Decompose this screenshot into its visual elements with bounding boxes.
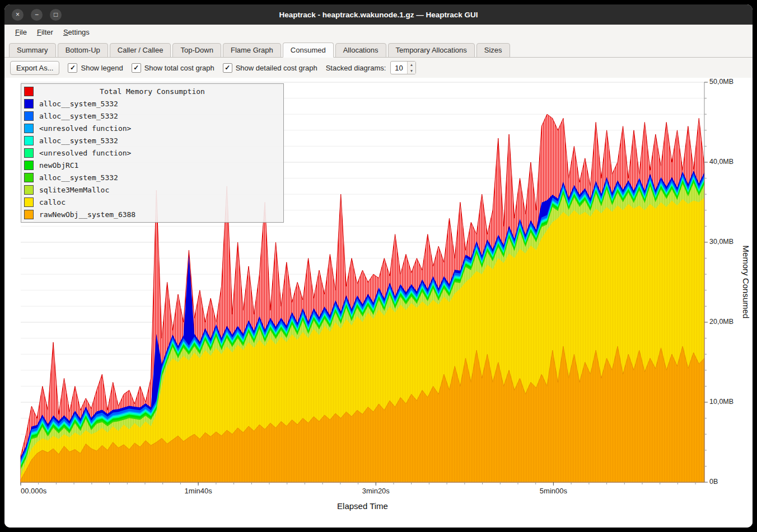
legend-swatch-icon [24,99,34,109]
menu-filter[interactable]: Filter [32,26,58,39]
legend-item: alloc__system_5332 [21,97,283,110]
legend-item: sqlite3MemMalloc [21,183,283,196]
legend-swatch-icon [24,111,34,121]
show-legend-label: Show legend [81,64,123,72]
legend-label: alloc__system_5332 [39,136,118,145]
tab-flame-graph[interactable]: Flame Graph [223,43,281,58]
y-tick-label: 20,0MB [709,318,733,326]
legend-swatch-icon [24,173,34,182]
legend-item: calloc [21,196,283,208]
legend-item: newObjRC1 [21,159,283,171]
show-legend-checkbox[interactable]: ✓ [68,63,77,73]
legend-item: <unresolved function> [21,122,283,134]
stacked-diagrams-spinbox[interactable]: 10 ▲ ▼ [390,61,416,74]
legend-item: alloc__system_5332 [21,171,283,183]
legend-title-row: Total Memory Consumption [21,85,283,97]
show-detailed-cost-option[interactable]: ✓ Show detailed cost graph [223,63,317,73]
legend-label: newObjRC1 [39,161,78,170]
legend-swatch-icon [24,161,34,170]
show-legend-option[interactable]: ✓ Show legend [68,63,123,73]
legend-label: <unresolved function> [39,149,131,157]
legend-swatch-icon [24,210,34,219]
stacked-diagrams-group: Stacked diagrams: 10 ▲ ▼ [326,61,417,74]
legend-label: <unresolved function> [39,124,131,133]
tab-temporary-allocations[interactable]: Temporary Allocations [388,43,475,58]
menu-settings-label: ettings [68,28,90,36]
tab-top-down[interactable]: Top-Down [172,43,221,58]
tab-sizes[interactable]: Sizes [476,43,510,58]
window-title: Heaptrack - heaptrack.wakunode.1.gz — He… [4,11,753,19]
tabbar: Summary Bottom-Up Caller / Callee Top-Do… [4,40,753,58]
toolbar: Export As... ✓ Show legend ✓ Show total … [4,58,753,78]
desktop: { "icons": {"close":"×","minimize":"−","… [0,0,757,532]
chart-region: Total Memory Consumptionalloc__system_53… [4,78,753,528]
menu-file-label: ile [20,28,27,36]
tab-consumed[interactable]: Consumed [283,43,334,58]
y-tick-label: 30,0MB [709,238,733,246]
y-tick-label: 0B [709,478,718,486]
legend-item: alloc__system_5332 [21,110,283,122]
x-tick-label: 3min20s [362,487,390,495]
legend-label: alloc__system_5332 [39,173,118,182]
legend-label: alloc__system_5332 [39,112,118,120]
menu-file[interactable]: File [10,26,32,39]
menu-file-mnemonic: F [15,28,20,36]
show-total-cost-option[interactable]: ✓ Show total cost graph [132,63,214,73]
legend-label: rawNewObj__system_6388 [39,210,135,219]
tab-caller-callee[interactable]: Caller / Callee [110,43,171,58]
spin-down-icon[interactable]: ▼ [408,68,415,74]
legend-swatch-icon [24,148,34,158]
x-axis-title: Elapsed Time [21,501,704,511]
legend-label: Total Memory Consumption [21,87,283,96]
tab-bottom-up[interactable]: Bottom-Up [58,43,108,58]
y-tick-label: 40,0MB [709,158,733,166]
y-tick-label: 10,0MB [709,398,733,406]
y-tick-label: 50,0MB [709,78,733,86]
show-total-cost-checkbox[interactable]: ✓ [132,63,141,73]
menu-settings-mnemonic: S [63,28,68,36]
legend-swatch-icon [24,124,34,133]
legend-label: alloc__system_5332 [39,100,118,108]
legend-item: alloc__system_5332 [21,134,283,147]
spin-buttons: ▲ ▼ [407,62,415,74]
x-tick-label: 5min00s [540,487,567,495]
tab-allocations[interactable]: Allocations [335,43,386,58]
legend-swatch-icon [24,185,34,195]
chart-legend: Total Memory Consumptionalloc__system_53… [21,83,284,223]
x-tick-label: 00.000s [21,487,46,495]
stacked-diagrams-value[interactable]: 10 [391,62,406,74]
x-tick-label: 1min40s [185,487,212,495]
titlebar[interactable]: × − □ Heaptrack - heaptrack.wakunode.1.g… [4,4,753,25]
legend-swatch-icon [24,197,34,207]
menubar: File Filter Settings [4,25,753,40]
stacked-diagrams-label: Stacked diagrams: [326,64,386,72]
spin-up-icon[interactable]: ▲ [408,62,415,68]
legend-label: sqlite3MemMalloc [39,186,109,194]
menu-settings[interactable]: Settings [58,26,95,39]
export-as-button[interactable]: Export As... [10,61,59,75]
menu-filter-label: ilter [41,28,53,36]
legend-swatch-icon [24,136,34,145]
show-detailed-cost-checkbox[interactable]: ✓ [223,63,232,73]
show-detailed-cost-label: Show detailed cost graph [236,64,317,72]
menu-filter-mnemonic: F [37,28,41,36]
show-total-cost-label: Show total cost graph [144,64,214,72]
legend-item: rawNewObj__system_6388 [21,208,283,220]
y-axis-title: Memory Consumed [741,246,751,319]
legend-item: <unresolved function> [21,147,283,159]
legend-label: calloc [39,198,66,206]
tab-summary[interactable]: Summary [9,43,56,58]
heaptrack-window: × − □ Heaptrack - heaptrack.wakunode.1.g… [4,4,753,528]
memory-chart[interactable]: Total Memory Consumptionalloc__system_53… [21,82,704,482]
